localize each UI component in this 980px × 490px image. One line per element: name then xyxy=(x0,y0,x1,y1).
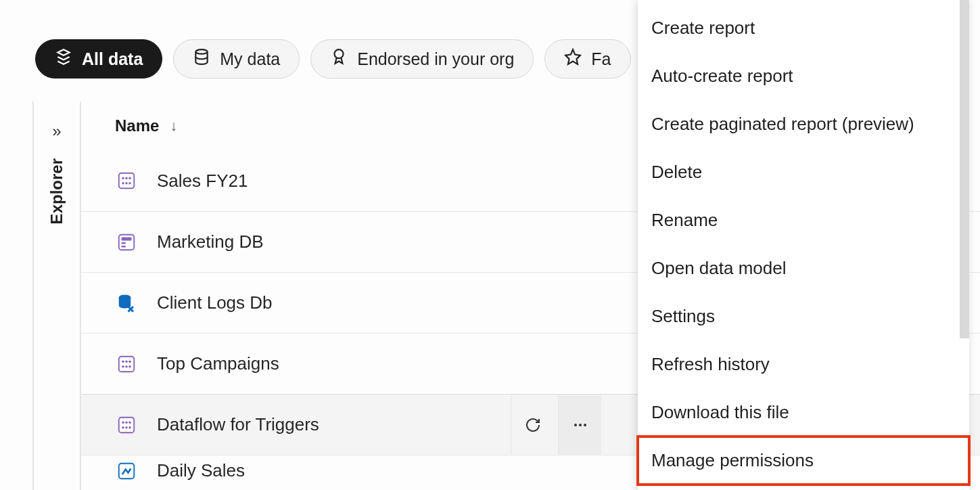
row-actions xyxy=(511,395,601,455)
filter-endorsed[interactable]: Endorsed in your org xyxy=(310,39,534,79)
svg-point-27 xyxy=(129,426,131,429)
svg-point-6 xyxy=(122,182,124,185)
database-icon xyxy=(193,48,210,70)
row-name: Client Logs Db xyxy=(157,292,273,313)
expand-icon: » xyxy=(52,122,61,141)
filter-label: All data xyxy=(82,49,143,69)
svg-point-30 xyxy=(584,424,586,426)
filter-label: My data xyxy=(220,49,280,69)
filter-label: Fa xyxy=(591,49,611,69)
scrollbar[interactable] xyxy=(960,0,969,338)
row-name: Sales FY21 xyxy=(157,171,248,192)
menu-create-paginated-report[interactable]: Create paginated report (preview) xyxy=(638,100,969,148)
row-name: Dataflow for Triggers xyxy=(157,414,319,435)
menu-open-data-model[interactable]: Open data model xyxy=(638,244,969,292)
svg-point-8 xyxy=(129,182,131,185)
svg-point-5 xyxy=(129,177,131,180)
svg-rect-21 xyxy=(119,417,135,432)
svg-point-0 xyxy=(196,49,208,54)
row-name: Top Campaigns xyxy=(157,353,279,374)
menu-manage-permissions[interactable]: Manage permissions xyxy=(638,437,969,485)
svg-point-23 xyxy=(125,421,128,424)
dataset-icon xyxy=(115,353,138,376)
svg-point-19 xyxy=(125,365,128,368)
filter-label: Endorsed in your org xyxy=(357,49,514,69)
svg-point-15 xyxy=(122,360,124,363)
menu-rename[interactable]: Rename xyxy=(638,196,969,244)
stack-icon xyxy=(55,48,72,70)
dataset-icon xyxy=(115,414,138,437)
dataset-icon xyxy=(115,169,138,192)
svg-point-22 xyxy=(122,421,124,424)
svg-point-24 xyxy=(129,421,131,424)
menu-create-report[interactable]: Create report xyxy=(638,4,969,52)
svg-point-17 xyxy=(129,360,131,363)
filter-favorites[interactable]: Fa xyxy=(544,39,630,79)
svg-rect-14 xyxy=(119,356,135,372)
svg-point-4 xyxy=(125,177,128,180)
svg-point-7 xyxy=(125,182,128,185)
context-menu: Create report Auto-create report Create … xyxy=(638,0,969,490)
report-icon xyxy=(115,460,138,483)
svg-rect-11 xyxy=(122,242,126,244)
sort-descending-icon: ↓ xyxy=(170,117,177,135)
more-options-button[interactable] xyxy=(558,395,601,455)
menu-auto-create-report[interactable]: Auto-create report xyxy=(638,52,969,100)
menu-delete[interactable]: Delete xyxy=(638,148,969,196)
menu-settings[interactable]: Settings xyxy=(638,292,969,340)
svg-point-29 xyxy=(579,424,582,426)
menu-refresh-history[interactable]: Refresh history xyxy=(638,340,969,388)
svg-point-18 xyxy=(122,365,124,368)
row-name: Marketing DB xyxy=(157,231,264,252)
svg-point-20 xyxy=(129,365,131,368)
svg-rect-10 xyxy=(122,237,132,240)
svg-rect-9 xyxy=(119,234,135,250)
explorer-panel-collapsed[interactable]: » Explorer xyxy=(34,102,81,490)
explorer-label: Explorer xyxy=(47,158,66,224)
ribbon-icon xyxy=(330,48,348,70)
svg-point-3 xyxy=(122,177,124,180)
svg-rect-2 xyxy=(119,173,135,189)
svg-point-28 xyxy=(574,424,577,426)
refresh-button[interactable] xyxy=(511,395,554,455)
column-label: Name xyxy=(115,116,159,135)
star-icon xyxy=(564,48,582,70)
row-name: Daily Sales xyxy=(157,460,245,481)
svg-point-25 xyxy=(122,426,124,429)
svg-point-16 xyxy=(125,360,128,363)
filter-my-data[interactable]: My data xyxy=(173,39,300,79)
svg-point-26 xyxy=(125,426,128,429)
menu-download-file[interactable]: Download this file xyxy=(638,388,969,437)
datamart-icon xyxy=(115,231,138,254)
svg-point-1 xyxy=(335,49,344,58)
sql-database-icon xyxy=(115,292,138,315)
svg-rect-12 xyxy=(122,246,126,248)
filter-all-data[interactable]: All data xyxy=(35,39,162,79)
